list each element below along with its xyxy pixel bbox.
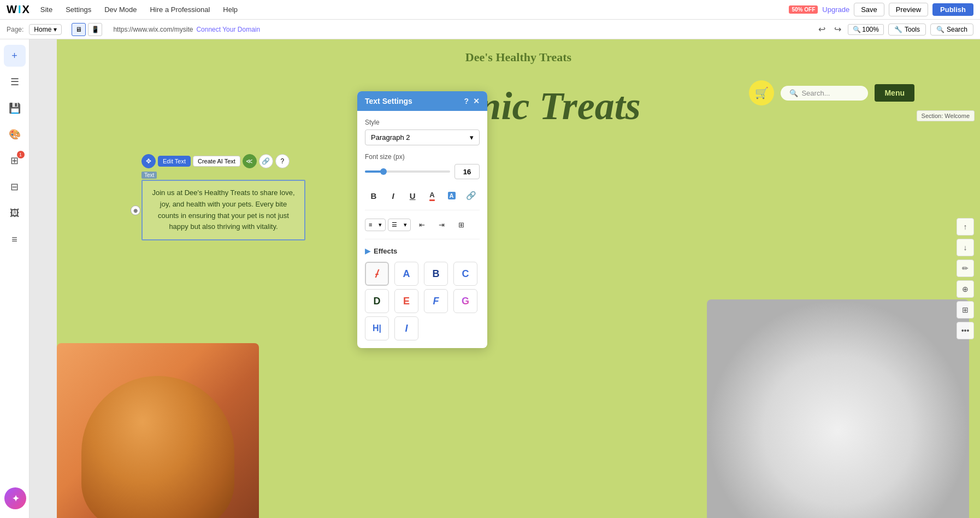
list-dropdown[interactable]: ☰ ▾ xyxy=(388,219,411,231)
bold-button[interactable]: B xyxy=(365,187,382,204)
align-dropdown[interactable]: ≡ ▾ xyxy=(365,219,386,231)
top-bar-right: 50% OFF Upgrade Save Preview Publish xyxy=(789,3,973,16)
italic-button[interactable]: I xyxy=(385,187,402,204)
underline-button[interactable]: U xyxy=(404,187,421,204)
effect-c[interactable]: C xyxy=(453,262,477,286)
rs-arrow-down-button[interactable]: ↓ xyxy=(957,239,974,256)
page-name: Home xyxy=(34,26,51,33)
sidebar-pages-button[interactable]: ☰ xyxy=(4,71,26,93)
effects-grid: / A B C D xyxy=(365,262,480,340)
panel-help-icon[interactable]: ? xyxy=(464,97,469,105)
slider-fill xyxy=(365,170,382,173)
format-row: B I U A A 🔗 xyxy=(365,187,480,210)
effect-e[interactable]: E xyxy=(394,289,418,313)
sidebar-media-button[interactable]: 🖼 xyxy=(4,202,26,224)
desktop-device-button[interactable]: 🖥 xyxy=(72,23,86,36)
style-dropdown[interactable]: Paragraph 2 ▾ xyxy=(365,130,480,145)
canvas-area[interactable]: Dee's Healthy Treats Organic Treats 🛒 🔍 … xyxy=(29,39,980,518)
effect-a[interactable]: A xyxy=(394,262,418,286)
nav-site[interactable]: Site xyxy=(38,5,55,14)
text-block-content[interactable]: Join us at Dee's Healthy Treats to share… xyxy=(141,180,305,240)
redo-button[interactable]: ↪ xyxy=(832,23,843,36)
sidebar-apps-button[interactable]: ⊞ 1 xyxy=(4,150,26,172)
panel-body: Style Paragraph 2 ▾ Font size (px) B xyxy=(357,111,487,348)
effect-a-label: A xyxy=(403,268,410,280)
indent-left-button[interactable]: ⇤ xyxy=(413,216,430,233)
effect-d-label: D xyxy=(374,296,381,307)
upgrade-link[interactable]: Upgrade xyxy=(822,5,849,14)
search-button[interactable]: 🔍 Search xyxy=(930,23,973,36)
create-ai-text-button[interactable]: Create AI Text xyxy=(193,156,240,167)
font-size-label: Font size (px) xyxy=(365,153,480,161)
effect-f[interactable]: F xyxy=(424,289,448,313)
effect-none[interactable]: / xyxy=(365,262,389,286)
search-label: Search xyxy=(947,26,967,33)
apps-badge: 1 xyxy=(17,151,25,158)
sidebar-save-button[interactable]: 💾 xyxy=(4,97,26,119)
nav-help[interactable]: Help xyxy=(221,5,240,14)
effect-i-label: I xyxy=(405,323,408,334)
undo-button[interactable]: ↩ xyxy=(816,23,828,36)
link-icon-btn[interactable]: ≪ xyxy=(243,154,257,168)
cart-button[interactable]: 🛒 xyxy=(749,80,774,105)
sidebar-menus-button[interactable]: ≡ xyxy=(4,228,26,250)
preview-button[interactable]: Preview xyxy=(889,3,928,16)
nav-settings[interactable]: Settings xyxy=(63,5,93,14)
ai-button[interactable]: ✦ xyxy=(4,487,26,509)
highlight-icon: A xyxy=(448,192,456,199)
chevron-down-icon: ▾ xyxy=(54,26,57,33)
font-size-input[interactable] xyxy=(454,164,480,179)
search-pill-icon: 🔍 xyxy=(789,89,798,97)
page-label: Page: xyxy=(7,26,23,33)
font-size-slider[interactable] xyxy=(365,170,450,173)
text-color-button[interactable]: A xyxy=(423,187,441,204)
rs-grid-button[interactable]: ⊞ xyxy=(957,301,974,319)
more-options-button[interactable]: ⊞ xyxy=(452,216,470,233)
url-text: https://www.wix.com/mysite xyxy=(113,26,193,33)
help-icon-btn[interactable]: ? xyxy=(275,154,290,168)
nav-hire[interactable]: Hire a Professional xyxy=(147,5,212,14)
sidebar-blocks-button[interactable]: ⊟ xyxy=(4,176,26,198)
save-icon: 💾 xyxy=(9,102,21,114)
tools-icon: 🔧 xyxy=(894,26,902,33)
edit-text-button[interactable]: Edit Text xyxy=(158,156,191,167)
effects-header[interactable]: ▶ Effects xyxy=(365,247,480,255)
highlight-button[interactable]: A xyxy=(443,187,461,204)
zoom-icon: 🔍 xyxy=(853,26,861,33)
slider-thumb[interactable] xyxy=(380,168,387,175)
link-button[interactable]: 🔗 xyxy=(462,187,480,204)
panel-close-icon[interactable]: ✕ xyxy=(473,97,480,105)
publish-button[interactable]: Publish xyxy=(932,3,973,16)
wix-logo: WIX xyxy=(7,3,29,16)
media-icon: 🖼 xyxy=(10,208,20,219)
save-button[interactable]: Save xyxy=(854,3,884,16)
move-handle[interactable]: ⊕ xyxy=(131,205,140,215)
style-label: Style xyxy=(365,119,480,126)
rs-layers-button[interactable]: ⊕ xyxy=(957,280,974,298)
connect-domain-link[interactable]: Connect Your Domain xyxy=(196,26,260,33)
text-move-handle[interactable]: ✥ xyxy=(141,154,156,168)
effect-i[interactable]: I xyxy=(394,316,418,340)
tools-button[interactable]: 🔧 Tools xyxy=(888,23,926,36)
sidebar-theme-button[interactable]: 🎨 xyxy=(4,123,26,145)
effect-h[interactable]: H| xyxy=(365,316,389,340)
right-sidebar: ↑ ↓ ✏ ⊕ ⊞ ••• xyxy=(951,39,980,518)
rs-more-button[interactable]: ••• xyxy=(957,322,974,339)
menu-button[interactable]: Menu xyxy=(875,84,914,102)
chain-icon-btn[interactable]: 🔗 xyxy=(259,154,273,168)
effect-g[interactable]: G xyxy=(453,289,477,313)
text-color-icon: A xyxy=(429,191,434,201)
left-sidebar: + ☰ 💾 🎨 ⊞ 1 ⊟ 🖼 ≡ ✦ xyxy=(0,39,29,518)
rs-arrow-up-button[interactable]: ↑ xyxy=(957,218,974,236)
mobile-device-button[interactable]: 📱 xyxy=(88,23,102,36)
effect-b[interactable]: B xyxy=(424,262,448,286)
nav-devmode[interactable]: Dev Mode xyxy=(102,5,139,14)
sidebar-add-button[interactable]: + xyxy=(4,45,26,67)
effect-d[interactable]: D xyxy=(365,289,389,313)
add-icon: + xyxy=(11,50,17,62)
search-pill[interactable]: 🔍 Search... xyxy=(781,86,868,101)
indent-right-button[interactable]: ⇥ xyxy=(433,216,450,233)
list-icon: ☰ xyxy=(388,219,400,231)
rs-pencil-button[interactable]: ✏ xyxy=(957,260,974,277)
page-select[interactable]: Home ▾ xyxy=(29,24,62,35)
